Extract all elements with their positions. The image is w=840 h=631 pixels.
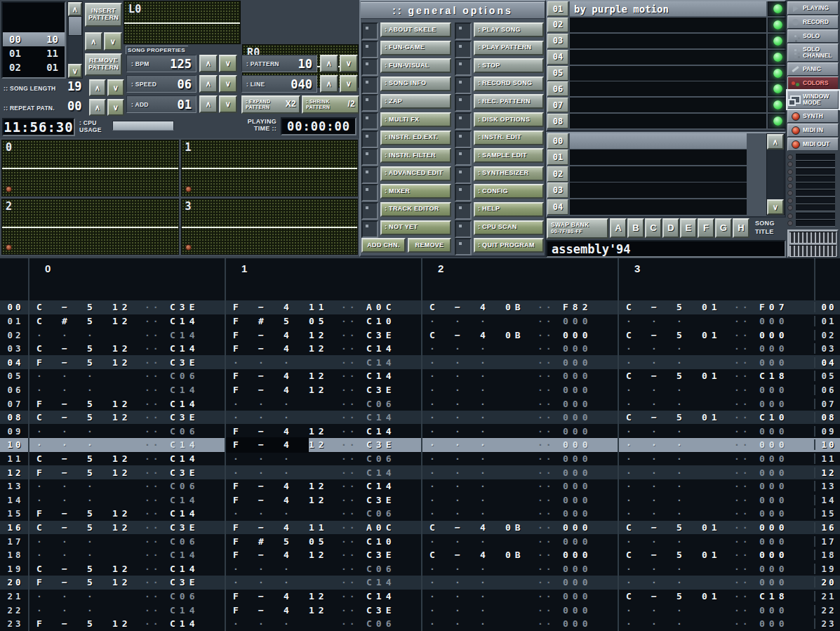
instrument-led-cell[interactable]: [768, 1, 787, 16]
order-list-row[interactable]: 0010: [3, 32, 65, 46]
speed-up-button[interactable]: ∧: [199, 75, 218, 93]
solo-channel-button[interactable]: SOLO CHANNEL: [787, 44, 839, 62]
instrument-row[interactable]: 01by purple motion: [547, 1, 787, 16]
sample-number[interactable]: 03: [547, 182, 568, 198]
pattern-cell[interactable]: F−512··C14: [28, 617, 225, 631]
order-scroll-thumb[interactable]: [68, 16, 82, 36]
shrink-pattern-button[interactable]: : SHRINK PATTERN /2: [302, 95, 359, 114]
sidebar-mini-row[interactable]: [786, 220, 840, 226]
pattern-cell[interactable]: ·····000: [421, 507, 618, 521]
speed-down-button[interactable]: ∨: [219, 75, 237, 93]
right-option--help[interactable]: : HELP: [474, 202, 544, 217]
pattern-up-button[interactable]: ∧: [320, 55, 338, 72]
instrument-led-cell[interactable]: [768, 81, 787, 96]
pattern-cell[interactable]: F−412··C14: [225, 479, 421, 493]
solo-button[interactable]: SOLO: [787, 29, 839, 43]
pattern-cell[interactable]: F−412··C14: [225, 369, 421, 383]
instrument-name[interactable]: by purple motion: [570, 1, 766, 16]
sample-scroll-up-icon[interactable]: ∧: [767, 134, 784, 150]
panic-button[interactable]: PANIC: [787, 62, 839, 76]
sample-name[interactable]: [570, 199, 747, 215]
window-mode-button[interactable]: WINDOW MODE: [787, 91, 839, 109]
right-option--disk-options[interactable]: : DISK OPTIONS: [474, 112, 544, 127]
pattern-cell[interactable]: ·····C14: [28, 328, 225, 342]
sidebar-mini-row[interactable]: [786, 198, 840, 204]
pattern-cell[interactable]: ·····000: [618, 452, 814, 466]
pattern-cell[interactable]: C−40B··000: [421, 328, 618, 342]
pattern-cell[interactable]: ·····000: [618, 465, 814, 479]
pattern-cell[interactable]: F−512··C14: [28, 397, 225, 411]
pattern-cell[interactable]: C−501··C18: [618, 590, 814, 604]
pattern-cell[interactable]: ·····000: [618, 314, 814, 328]
pattern-cell[interactable]: ·····000: [421, 411, 618, 425]
option-led-button[interactable]: [455, 184, 472, 201]
channel-header-1[interactable]: 1: [225, 258, 421, 300]
pattern-cell[interactable]: ·····C06: [28, 590, 225, 604]
order-scroll-down-icon[interactable]: ∨: [68, 64, 82, 78]
pattern-cell[interactable]: F−412··C3E: [225, 438, 421, 452]
sample-row[interactable]: 02: [547, 166, 747, 182]
song-length-down-button[interactable]: ∨: [107, 79, 124, 96]
pattern-cell[interactable]: F−412··C3E: [225, 383, 421, 397]
line-field[interactable]: : LINE040: [241, 75, 317, 93]
add-down-button[interactable]: ∨: [219, 95, 237, 113]
pattern-cell[interactable]: ·····C06: [28, 424, 225, 438]
right-option--sample-edit[interactable]: : SAMPLE EDIT: [474, 148, 544, 163]
instrument-row[interactable]: 07: [547, 98, 787, 112]
instrument-name[interactable]: [570, 98, 766, 112]
pattern-cell[interactable]: F−412··C14: [225, 424, 421, 438]
pattern-cell[interactable]: ·····000: [618, 534, 814, 548]
option-led-button[interactable]: [455, 112, 472, 130]
pattern-cell[interactable]: ·····C06: [28, 534, 225, 548]
repeat-pattern-down-button[interactable]: ∨: [107, 99, 124, 116]
midi-out-button[interactable]: MIDI OUT: [787, 138, 839, 151]
instrument-number[interactable]: 04: [547, 50, 568, 65]
left-option--song-info[interactable]: : SONG INFO: [380, 77, 451, 91]
right-option--play-pattern[interactable]: : PLAY PATTERN: [474, 41, 544, 55]
right-option--quit-program[interactable]: : QUIT PROGRAM: [474, 238, 544, 253]
pattern-cell[interactable]: F−412··C14: [225, 342, 421, 356]
pattern-cell[interactable]: ·····000: [421, 493, 618, 507]
option-led-button[interactable]: [361, 77, 378, 94]
right-option--cpu-scan[interactable]: : CPU SCAN: [474, 220, 544, 235]
option-led-button[interactable]: [361, 131, 378, 148]
remove-pattern-button[interactable]: REMOVE PATTERN: [85, 53, 122, 76]
sample-row[interactable]: 03: [547, 182, 747, 198]
pattern-cell[interactable]: C−512··C14: [28, 342, 225, 356]
option-led-button[interactable]: [455, 238, 472, 255]
pattern-cell[interactable]: ·····C06: [225, 617, 421, 631]
pattern-down-button[interactable]: ∨: [340, 55, 358, 72]
pattern-cell[interactable]: F#505··C10: [225, 534, 421, 548]
pattern-order-list[interactable]: 001001110201: [1, 1, 66, 79]
expand-pattern-button[interactable]: : EXPAND PATTERN X2: [241, 95, 300, 114]
left-option--instr-filter[interactable]: : INSTR. FILTER: [380, 148, 451, 163]
left-option--multi-fx[interactable]: : MULTI FX: [380, 112, 451, 127]
pattern-cell[interactable]: F−411··A0C: [225, 521, 421, 535]
sidebar-mini-row[interactable]: [786, 169, 840, 175]
left-option--not-yet[interactable]: : NOT YET: [380, 220, 451, 235]
pattern-cell[interactable]: ·····C06: [225, 562, 421, 576]
repeat-pattern-up-button[interactable]: ∧: [89, 99, 106, 116]
order-list-row[interactable]: 0111: [3, 46, 65, 60]
order-down-button[interactable]: ∨: [104, 32, 122, 51]
bank-button-b[interactable]: B: [627, 218, 644, 238]
option-led-button[interactable]: [455, 220, 472, 238]
pattern-cell[interactable]: F−512··C14: [28, 507, 225, 521]
pattern-cell[interactable]: C−501··C18: [618, 369, 814, 383]
pattern-cell[interactable]: F−512··C3E: [28, 355, 225, 369]
bank-button-c[interactable]: C: [645, 218, 662, 238]
pattern-cell[interactable]: ·····000: [421, 424, 618, 438]
pattern-cell[interactable]: ·····000: [421, 562, 618, 576]
option-led-button[interactable]: [455, 77, 472, 94]
pattern-cell[interactable]: ·····000: [421, 342, 618, 356]
bank-button-g[interactable]: G: [715, 218, 732, 238]
instrument-number[interactable]: 06: [547, 81, 568, 96]
option-led-button[interactable]: [455, 58, 472, 76]
pattern-cell[interactable]: ·····C06: [28, 369, 225, 383]
option-led-button[interactable]: [361, 41, 378, 58]
sample-name[interactable]: [570, 150, 747, 165]
left-option--mixer[interactable]: : MIXER: [380, 184, 451, 199]
order-scroll-up-icon[interactable]: ∧: [68, 2, 82, 16]
line-down-button[interactable]: ∨: [340, 75, 358, 93]
playing-button[interactable]: PLAYING: [787, 1, 839, 15]
